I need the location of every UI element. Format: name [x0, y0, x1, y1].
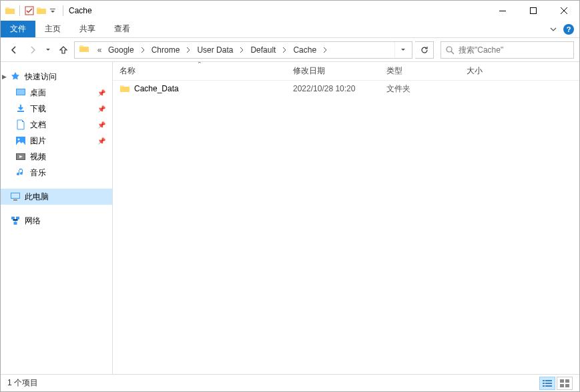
item-count: 1 个项目: [7, 377, 38, 389]
column-modified[interactable]: 修改日期: [286, 62, 380, 80]
file-rows: Cache_Data 2022/10/28 10:20 文件夹: [113, 81, 579, 374]
svg-rect-25: [560, 384, 564, 387]
pin-icon: 📌: [97, 89, 105, 97]
breadcrumb-segment[interactable]: Default: [246, 42, 280, 58]
sidebar-item-documents[interactable]: 文档 📌: [1, 117, 112, 133]
sidebar-quick-access[interactable]: ▶ 快速访问: [1, 69, 112, 85]
sidebar-item-label: 此电脑: [25, 191, 49, 203]
desktop-icon: [15, 87, 26, 98]
tab-home[interactable]: 主页: [35, 21, 70, 37]
sidebar-item-label: 音乐: [30, 167, 46, 179]
column-label: 名称: [119, 65, 135, 77]
address-dropdown-icon[interactable]: [394, 42, 410, 58]
tab-view[interactable]: 查看: [105, 21, 139, 37]
qat-dropdown-icon[interactable]: [48, 6, 57, 15]
videos-icon: [15, 151, 26, 162]
sidebar-item-downloads[interactable]: 下载 📌: [1, 101, 112, 117]
thumbnails-view-button[interactable]: [557, 377, 573, 390]
svg-rect-19: [543, 383, 545, 384]
sidebar-item-label: 桌面: [30, 87, 46, 99]
qat-folder-icon[interactable]: [36, 5, 47, 16]
music-icon: [15, 167, 26, 178]
column-name[interactable]: 名称 ⌃: [113, 62, 286, 80]
pin-icon: 📌: [97, 121, 105, 129]
breadcrumb-chevron-icon[interactable]: [184, 42, 193, 58]
help-icon[interactable]: ?: [563, 24, 574, 35]
sidebar-item-music[interactable]: 音乐: [1, 165, 112, 181]
svg-rect-22: [545, 385, 552, 387]
sidebar-item-label: 文档: [30, 119, 46, 131]
svg-rect-20: [545, 383, 552, 384]
svg-rect-21: [543, 385, 545, 387]
svg-rect-17: [543, 380, 545, 381]
svg-rect-6: [17, 89, 25, 95]
pin-icon: 📌: [97, 105, 105, 113]
breadcrumb-segment[interactable]: Cache: [289, 42, 320, 58]
tab-share[interactable]: 共享: [70, 21, 105, 37]
back-button[interactable]: [6, 42, 22, 58]
title-bar: Cache: [1, 1, 579, 21]
navigation-pane: ▶ 快速访问 桌面 📌 下载 📌 文档 📌 图片: [1, 62, 113, 374]
window-title: Cache: [67, 6, 487, 15]
sort-indicator-icon: ⌃: [197, 62, 202, 67]
svg-point-8: [18, 139, 20, 141]
search-icon: [445, 45, 455, 55]
breadcrumb-chevron-icon[interactable]: [320, 42, 330, 58]
ribbon-collapse-icon[interactable]: [550, 26, 557, 33]
minimize-button[interactable]: [487, 1, 518, 21]
svg-rect-23: [560, 379, 564, 383]
file-modified: 2022/10/28 10:20: [286, 84, 380, 93]
breadcrumb-chevron-icon[interactable]: [237, 42, 246, 58]
breadcrumb-segment[interactable]: Google: [104, 42, 138, 58]
column-label: 类型: [386, 65, 402, 77]
svg-rect-16: [14, 222, 17, 225]
file-row[interactable]: Cache_Data 2022/10/28 10:20 文件夹: [113, 81, 579, 97]
up-button[interactable]: [55, 42, 71, 58]
column-size[interactable]: 大小: [460, 62, 513, 80]
svg-rect-26: [565, 384, 569, 387]
breadcrumb-segment[interactable]: Chrome: [148, 42, 184, 58]
history-dropdown-icon[interactable]: [43, 47, 53, 53]
column-label: 大小: [467, 65, 483, 77]
sidebar-item-desktop[interactable]: 桌面 📌: [1, 85, 112, 101]
status-bar: 1 个项目: [1, 374, 579, 391]
sidebar-item-label: 视频: [30, 151, 46, 163]
breadcrumb-overflow[interactable]: «: [95, 42, 104, 58]
sidebar-this-pc[interactable]: 此电脑: [1, 189, 112, 205]
sidebar-network[interactable]: 网络: [1, 213, 112, 229]
address-bar[interactable]: « Google Chrome User Data Default Cache: [74, 41, 412, 59]
close-button[interactable]: [549, 1, 579, 21]
details-view-button[interactable]: [539, 377, 555, 390]
maximize-button[interactable]: [518, 1, 549, 21]
svg-rect-14: [11, 217, 15, 219]
this-pc-icon: [10, 191, 21, 202]
svg-rect-24: [565, 379, 569, 383]
svg-rect-13: [13, 199, 17, 201]
refresh-button[interactable]: [415, 41, 434, 59]
file-list-pane: 名称 ⌃ 修改日期 类型 大小 Cache_Data 2022/10/28 10…: [113, 62, 579, 374]
qat-properties-icon[interactable]: [24, 5, 35, 16]
sidebar-item-label: 下载: [30, 103, 46, 115]
navigation-bar: « Google Chrome User Data Default Cache: [1, 38, 579, 62]
sidebar-item-pictures[interactable]: 图片 📌: [1, 133, 112, 149]
svg-rect-2: [499, 11, 506, 11]
sidebar-item-label: 快速访问: [25, 71, 57, 83]
breadcrumb-segment[interactable]: User Data: [193, 42, 237, 58]
forward-button[interactable]: [25, 42, 41, 58]
network-icon: [10, 215, 21, 226]
expand-icon[interactable]: ▶: [2, 73, 7, 80]
tab-file[interactable]: 文件: [1, 21, 35, 37]
svg-point-4: [447, 47, 452, 52]
search-box[interactable]: [441, 41, 574, 59]
sidebar-item-videos[interactable]: 视频: [1, 149, 112, 165]
column-headers: 名称 ⌃ 修改日期 类型 大小: [113, 62, 579, 81]
file-type: 文件夹: [380, 83, 460, 95]
breadcrumb-chevron-icon[interactable]: [280, 42, 289, 58]
address-folder-icon: [79, 43, 92, 57]
breadcrumb-chevron-icon[interactable]: [138, 42, 148, 58]
svg-rect-15: [16, 217, 19, 219]
svg-rect-1: [50, 9, 55, 9]
column-type[interactable]: 类型: [380, 62, 460, 80]
downloads-icon: [15, 103, 26, 114]
search-input[interactable]: [459, 45, 569, 55]
